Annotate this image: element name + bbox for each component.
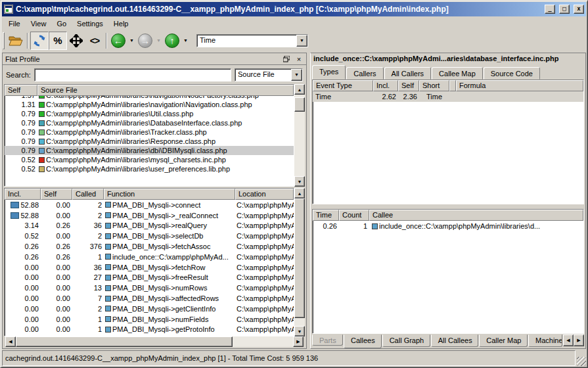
tab-all-callers[interactable]: All Callers <box>384 67 432 80</box>
table-row[interactable]: 52.88 0.002 PMA_DBI_Mysqli->connect C:\x… <box>5 200 294 210</box>
tab-source-code[interactable]: Source Code <box>484 67 540 80</box>
forward-dropdown[interactable]: ▼ <box>154 32 163 50</box>
relative-percent-button[interactable]: % <box>49 32 67 50</box>
column-header-spacer[interactable] <box>449 80 456 91</box>
column-header-time[interactable]: Time <box>313 210 339 221</box>
column-header-callee[interactable]: Callee <box>369 210 583 221</box>
open-file-button[interactable] <box>7 32 25 50</box>
function-table-hscrollbar[interactable]: ◀ ▶ <box>5 336 304 347</box>
function-table-scrollbar[interactable]: ▲ ▼ <box>294 188 305 336</box>
back-dropdown[interactable]: ▼ <box>127 32 136 50</box>
tab-machine-code[interactable]: Machine <box>528 334 562 347</box>
function-color-swatch <box>105 327 111 333</box>
up-button[interactable]: ↑ <box>163 32 181 50</box>
tab-scroll-right-icon[interactable]: ▶ <box>574 334 584 346</box>
scrollbar-thumb[interactable] <box>294 198 305 318</box>
tab-caller-map[interactable]: Caller Map <box>479 334 528 347</box>
tab-all-callees[interactable]: All Callees <box>431 334 479 347</box>
tab-callee-map[interactable]: Callee Map <box>432 67 483 80</box>
file-list-scrollbar[interactable]: ▲ ▼ <box>294 84 305 187</box>
column-header-source-file[interactable]: Source File <box>37 85 294 96</box>
scroll-down-icon[interactable]: ▼ <box>294 176 305 187</box>
close-button[interactable]: x <box>574 5 584 14</box>
refresh-button[interactable] <box>30 32 49 50</box>
close-dock-icon[interactable]: × <box>294 55 304 63</box>
column-header-self[interactable]: Self <box>41 189 72 200</box>
table-row[interactable]: 0.00 0.001 PMA_DBI_Mysqli->numFields C:\… <box>5 314 294 325</box>
up-dropdown[interactable]: ▼ <box>181 32 190 50</box>
scroll-left-icon[interactable]: ◀ <box>5 336 16 347</box>
tab-callees[interactable]: Callees <box>344 334 382 348</box>
menu-view[interactable]: View <box>26 18 52 30</box>
table-row[interactable]: 52.88 0.002 PMA_DBI_Mysqli->_realConnect… <box>5 210 294 221</box>
table-row[interactable]: 0.00 0.002 PMA_DBI_Mysqli->getClientInfo… <box>5 304 294 314</box>
column-header-incl[interactable]: Incl. <box>373 80 398 91</box>
column-header-function[interactable]: Function <box>104 189 235 200</box>
column-header-incl[interactable]: Incl. <box>5 189 41 200</box>
table-row-selected[interactable]: 0.79C:\xampp\phpMyAdmin\libraries\dbi\DB… <box>5 146 294 155</box>
forward-button[interactable]: → <box>136 32 154 50</box>
minimize-button[interactable]: _ <box>545 5 555 14</box>
table-row[interactable]: 0.00 0.0036 PMA_DBI_Mysqli->fetchRow C:\… <box>5 262 294 273</box>
table-row[interactable]: 0.52C:\xampp\phpMyAdmin\libraries\user_p… <box>5 164 294 173</box>
table-row[interactable]: 0.26 0.261 include_once::C:\xampp\phpMyA… <box>5 252 294 262</box>
menu-settings[interactable]: Settings <box>72 18 108 30</box>
table-row[interactable]: 0.79C:\xampp\phpMyAdmin\libraries\Databa… <box>5 118 294 127</box>
chevron-down-icon[interactable]: ▼ <box>296 35 307 47</box>
dock-title-bar[interactable]: Flat Profile × <box>3 53 306 65</box>
cost-color-swatch <box>39 148 45 154</box>
column-header-event-type[interactable]: Event Type <box>313 80 373 91</box>
main-window: C:\xampp\tmp\cachegrind.out.1416463299-C… <box>0 0 588 368</box>
maximize-button[interactable]: □ <box>559 5 570 14</box>
table-row[interactable]: 0.79C:\xampp\phpMyAdmin\libraries\Respon… <box>5 137 294 146</box>
column-header-self[interactable]: Self <box>398 80 419 91</box>
scrollbar-thumb[interactable] <box>294 97 305 112</box>
column-header-formula[interactable]: Formula <box>456 80 583 91</box>
relative-to-parent-button[interactable] <box>67 32 85 50</box>
tab-call-graph[interactable]: Call Graph <box>382 334 430 347</box>
scroll-down-icon[interactable]: ▼ <box>294 326 305 336</box>
table-row[interactable]: 0.26 0.26376 PMA_DBI_Mysqli->fetchAssoc … <box>5 241 294 252</box>
table-row[interactable]: 0.79C:\xampp\phpMyAdmin\libraries\Util.c… <box>5 109 294 118</box>
float-dock-icon[interactable] <box>283 56 292 62</box>
function-table-header: Incl. Self Called Function Location <box>5 189 294 200</box>
menu-go[interactable]: Go <box>51 18 72 30</box>
back-button[interactable]: ← <box>109 32 127 50</box>
menu-help[interactable]: Help <box>108 18 134 30</box>
table-row[interactable]: 0.00 0.001 PMA_DBI_Mysqli->getProtoInfo … <box>5 325 294 335</box>
event-type-combobox[interactable]: Time ▼ <box>196 34 308 47</box>
event-type-row[interactable]: Time 2.62 2.36 Time <box>313 91 583 102</box>
column-header-called[interactable]: Called <box>72 189 104 200</box>
chevron-down-icon[interactable]: ▼ <box>291 69 302 81</box>
toolbar-handle[interactable] <box>3 32 5 49</box>
table-row[interactable]: 1.31C:\xampp\phpMyAdmin\libraries\naviga… <box>5 100 294 109</box>
table-row[interactable]: 3.14 0.2636 PMA_DBI_Mysqli->realQuery C:… <box>5 221 294 231</box>
table-row[interactable]: 0.00 0.0027 PMA_DBI_Mysqli->freeResult C… <box>5 273 294 283</box>
scroll-up-icon[interactable]: ▲ <box>294 84 305 95</box>
scroll-right-icon[interactable]: ▶ <box>293 336 304 347</box>
column-header-self[interactable]: Self <box>5 85 37 96</box>
grouping-combobox[interactable]: Source File ▼ <box>235 68 303 81</box>
scrollbar-thumb[interactable] <box>16 336 233 347</box>
column-header-count[interactable]: Count <box>339 210 369 221</box>
column-header-location[interactable]: Location <box>235 189 294 200</box>
window-title: C:\xampp\tmp\cachegrind.out.1416463299-C… <box>16 5 541 14</box>
toolbar: % <> ← ▼ → ▼ ↑ ▼ Time ▼ <box>1 30 587 52</box>
resize-grip[interactable] <box>577 357 586 366</box>
tab-scroll-left-icon[interactable]: ◀ <box>563 334 574 346</box>
table-row[interactable]: 0.79C:\xampp\phpMyAdmin\libraries\Tracke… <box>5 127 294 137</box>
table-row[interactable]: 0.00 0.0013 PMA_DBI_Mysqli->numRows C:\x… <box>5 283 294 293</box>
tab-callers[interactable]: Callers <box>346 67 383 80</box>
menu-file[interactable]: File <box>3 18 26 30</box>
table-row[interactable]: 0.52 0.002 PMA_DBI_Mysqli->selectDb C:\x… <box>5 231 294 241</box>
title-bar[interactable]: C:\xampp\tmp\cachegrind.out.1416463299-C… <box>2 2 586 16</box>
column-header-short[interactable]: Short <box>419 80 449 91</box>
horizontal-splitter[interactable] <box>311 204 585 209</box>
table-row[interactable]: 0.00 0.007 PMA_DBI_Mysqli->affectedRows … <box>5 293 294 304</box>
tab-types[interactable]: Types <box>312 65 346 80</box>
callee-row[interactable]: 0.26 1 include_once::C:\xampp\phpMyAdmin… <box>313 221 583 231</box>
search-input[interactable] <box>35 69 231 81</box>
scroll-up-icon[interactable]: ▲ <box>294 188 305 198</box>
table-row[interactable]: 0.52C:\xampp\phpMyAdmin\libraries\mysql_… <box>5 155 294 164</box>
cycle-detection-button[interactable]: <> <box>85 32 104 50</box>
